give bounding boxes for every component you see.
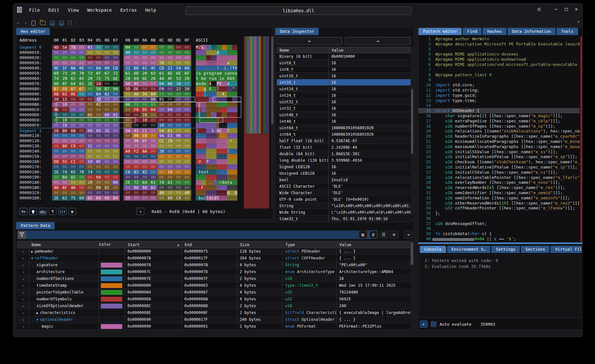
- hex-byte-cell[interactable]: 00: [157, 55, 166, 60]
- hex-byte-cell[interactable]: 00: [124, 190, 132, 195]
- hex-row[interactable]: 00000060:742062652072756E20696E20444F532…: [20, 76, 237, 81]
- hex-byte-cell[interactable]: 00: [124, 164, 132, 169]
- hex-byte-cell[interactable]: 00: [183, 159, 191, 164]
- hex-ascii-cell[interactable]: .: [219, 185, 222, 190]
- menu-view[interactable]: View: [68, 7, 79, 13]
- hex-byte-cell[interactable]: 75: [103, 76, 111, 81]
- hex-byte-cell[interactable]: 00: [183, 180, 191, 185]
- hex-byte-cell[interactable]: 00: [69, 123, 77, 128]
- hex-ascii-cell[interactable]: .: [214, 102, 217, 107]
- hex-ascii-cell[interactable]: .: [206, 55, 209, 60]
- hex-byte-cell[interactable]: 82: [103, 92, 111, 97]
- inspector-row[interactable]: Binary (8 bit)0b00010000: [277, 53, 411, 60]
- hex-ascii-cell[interactable]: .: [222, 190, 224, 195]
- hex-byte-cell[interactable]: 00: [69, 60, 77, 66]
- hex-ascii-cell[interactable]: .: [222, 81, 224, 86]
- hex-byte-cell[interactable]: 50: [124, 81, 132, 86]
- hex-byte-cell[interactable]: 00: [124, 112, 132, 118]
- hex-ascii-cell[interactable]: .: [201, 92, 204, 97]
- hex-row[interactable]: 000000D0:0000000002006001000010000000000…: [20, 112, 237, 118]
- hex-ascii-cell[interactable]: .: [201, 112, 204, 118]
- hex-ascii-cell[interactable]: .: [196, 154, 198, 159]
- hex-ascii-cell[interactable]: T: [232, 66, 235, 71]
- hex-ascii-cell[interactable]: .: [224, 159, 227, 164]
- code-line[interactable]: 3: [418, 47, 580, 52]
- hex-byte-cell[interactable]: 00: [157, 169, 166, 175]
- hex-ascii-cell[interactable]: .: [204, 123, 206, 128]
- hex-byte-cell[interactable]: 8A: [140, 149, 149, 154]
- hex-ascii-cell[interactable]: .: [204, 112, 206, 118]
- favorite-star-icon[interactable]: ☆: [18, 296, 29, 302]
- hex-ascii-cell[interactable]: .: [224, 60, 227, 66]
- hex-byte-cell[interactable]: 00: [86, 133, 94, 138]
- hex-byte-cell[interactable]: 00: [52, 133, 60, 138]
- hex-byte-cell[interactable]: 00: [174, 185, 183, 190]
- hex-byte-cell[interactable]: 2E: [86, 81, 94, 86]
- hex-ascii-cell[interactable]: .: [232, 128, 235, 133]
- hex-byte-cell[interactable]: 00: [111, 175, 120, 180]
- hex-ascii-cell[interactable]: .: [211, 92, 214, 97]
- hex-ascii-cell[interactable]: .: [217, 92, 219, 97]
- hex-byte-cell[interactable]: 00: [149, 50, 157, 55]
- hex-ascii-cell[interactable]: .: [201, 118, 204, 123]
- hex-ascii-cell[interactable]: .: [211, 159, 214, 164]
- hex-byte-cell[interactable]: 00: [183, 164, 191, 169]
- hex-ascii-cell[interactable]: .: [198, 50, 201, 55]
- hex-byte-cell[interactable]: 00: [183, 60, 191, 66]
- pd-row-name[interactable]: numberOfSymbols: [29, 296, 99, 302]
- hex-ascii-cell[interactable]: .: [222, 159, 224, 164]
- hex-byte-cell[interactable]: 00: [77, 97, 86, 102]
- hex-row[interactable]: 00000070:6D6F64652E240000504500006486100…: [20, 81, 237, 86]
- endianness-toggle-icon[interactable]: (|): [59, 208, 66, 215]
- code-line[interactable]: 2#pragma description Microsoft PE Portab…: [418, 42, 580, 47]
- hex-byte-cell[interactable]: 62: [60, 195, 69, 201]
- color-swatch[interactable]: [101, 283, 122, 288]
- hex-byte-cell[interactable]: 00: [94, 144, 103, 149]
- favorite-star-icon[interactable]: ☆: [18, 262, 29, 268]
- hex-ascii-cell[interactable]: .: [214, 133, 217, 138]
- hex-ascii-cell[interactable]: .: [235, 97, 237, 102]
- hex-byte-cell[interactable]: 00: [140, 60, 149, 66]
- hex-ascii-cell[interactable]: .: [232, 138, 235, 144]
- hex-byte-cell[interactable]: 00: [166, 50, 174, 55]
- hex-byte-cell[interactable]: 00: [124, 185, 132, 190]
- code-line[interactable]: 17 u16 extraPageSize [[hex::spec_name("e…: [418, 119, 580, 124]
- hex-byte-cell[interactable]: 04: [166, 107, 174, 112]
- hex-byte-cell[interactable]: 60: [111, 180, 120, 185]
- hex-ascii-cell[interactable]: .: [198, 107, 201, 112]
- hex-ascii-cell[interactable]: .: [227, 133, 230, 138]
- hex-byte-cell[interactable]: EB: [60, 86, 69, 92]
- hex-ascii-cell[interactable]: !: [230, 66, 232, 71]
- hex-byte-cell[interactable]: 00: [94, 118, 103, 123]
- hex-ascii-cell[interactable]: m: [196, 81, 198, 86]
- hex-byte-cell[interactable]: 00: [69, 180, 77, 185]
- hex-byte-cell[interactable]: 20: [69, 71, 77, 76]
- hex-ascii-cell[interactable]: .: [230, 50, 232, 55]
- hex-byte-cell[interactable]: 00: [103, 159, 111, 164]
- hex-ascii-cell[interactable]: .: [204, 66, 206, 71]
- hex-byte-cell[interactable]: 00: [52, 144, 60, 149]
- hex-byte-cell[interactable]: 00: [149, 190, 157, 195]
- hex-ascii-cell[interactable]: .: [235, 180, 237, 185]
- hex-byte-cell[interactable]: 00: [69, 97, 77, 102]
- hex-ascii-cell[interactable]: (: [227, 149, 230, 154]
- inspector-row[interactable]: Signed LEB12816: [277, 164, 411, 170]
- hex-ascii-cell[interactable]: .: [214, 190, 217, 195]
- hex-byte-cell[interactable]: 00: [183, 144, 191, 149]
- hex-byte-cell[interactable]: 00: [103, 97, 111, 102]
- hex-byte-cell[interactable]: 00: [52, 102, 60, 107]
- hex-byte-cell[interactable]: 00: [124, 92, 132, 97]
- hex-byte-cell[interactable]: 10: [157, 123, 166, 128]
- hex-ascii-cell[interactable]: .: [206, 190, 209, 195]
- hex-byte-cell[interactable]: 00: [52, 154, 60, 159]
- hex-byte-cell[interactable]: 00: [77, 112, 86, 118]
- hex-ascii-block[interactable]: ................: [196, 175, 237, 180]
- hex-byte-cell[interactable]: 00: [149, 112, 157, 118]
- hex-ascii-cell[interactable]: .: [222, 185, 224, 190]
- hex-byte-cell[interactable]: 00: [111, 169, 120, 175]
- code-line[interactable]: 5#pragma MIME application/x-msdownload: [418, 57, 580, 62]
- hex-byte-cell[interactable]: 00: [77, 123, 86, 128]
- hex-ascii-cell[interactable]: r: [214, 71, 217, 76]
- code-line[interactable]: 22 u16 maximumAllocatedParagraphs [[hex:…: [418, 144, 580, 149]
- hex-ascii-block[interactable]: .... ..`.rdata..: [196, 180, 237, 185]
